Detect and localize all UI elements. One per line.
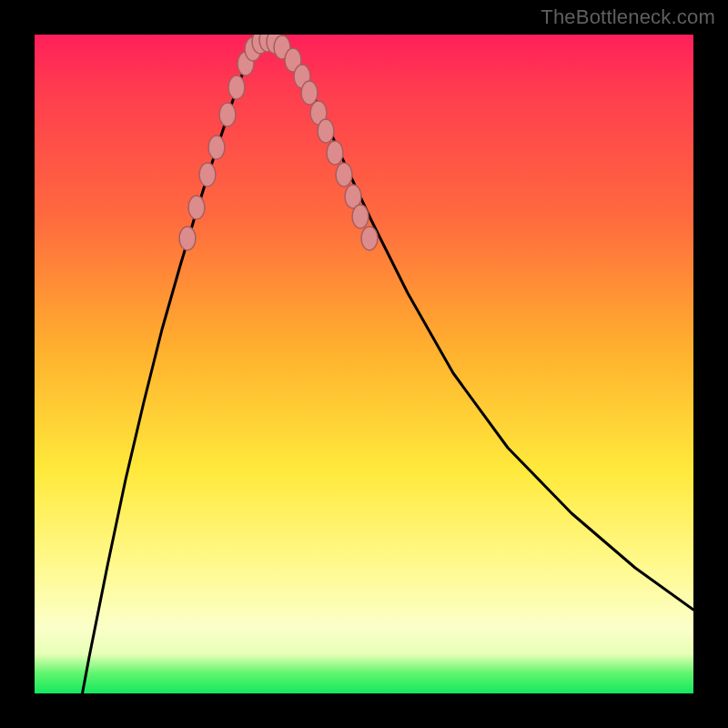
data-marker <box>327 141 343 165</box>
curve-svg <box>35 35 693 693</box>
data-marker <box>352 205 369 228</box>
data-marker <box>336 163 352 187</box>
data-marker <box>219 103 236 126</box>
marker-group <box>179 35 378 250</box>
chart-container: TheBottleneck.com <box>0 0 728 728</box>
bottleneck-curve <box>76 40 693 693</box>
data-marker <box>228 76 245 99</box>
plot-area <box>35 35 693 693</box>
data-marker <box>199 163 216 187</box>
data-marker <box>188 196 205 219</box>
data-marker <box>361 227 378 250</box>
data-marker <box>301 81 318 105</box>
data-marker <box>318 119 334 143</box>
data-marker <box>208 136 225 159</box>
data-marker <box>179 227 196 250</box>
watermark-text: TheBottleneck.com <box>541 5 715 29</box>
